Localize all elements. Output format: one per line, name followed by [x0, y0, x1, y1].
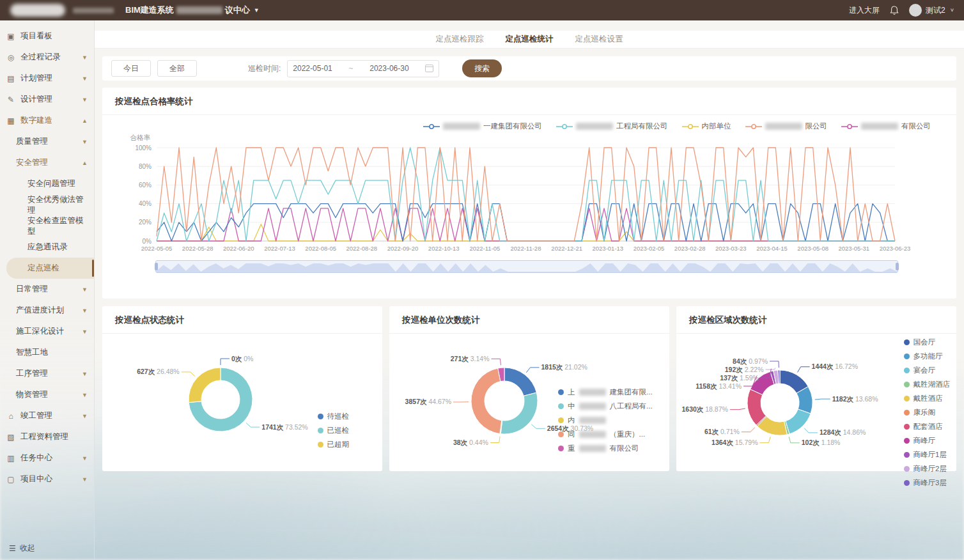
svg-text:2022-05-05: 2022-05-05 — [141, 245, 173, 252]
sidebar-item-任务中心[interactable]: ▥任务中心▼ — [0, 447, 94, 469]
app-title-text: BIM建造系统 — [125, 4, 174, 16]
sidebar-item-label: 项目中心 — [20, 474, 52, 485]
app-title-suffix: 议中心 — [225, 4, 250, 16]
date-end-value[interactable]: 2023-06-30 — [369, 64, 408, 73]
legend-item[interactable]: 内 — [558, 416, 659, 425]
legend-item[interactable]: 商峰厅 — [904, 436, 951, 446]
redacted-legend-name — [579, 445, 606, 452]
legend-item[interactable]: 多功能厅 — [904, 352, 951, 361]
svg-text:1182次 13.68%: 1182次 13.68% — [832, 395, 878, 403]
line-chart-legend: 一建集团有限公司工程局有限公司内部单位限公司有限公司 — [102, 115, 956, 132]
sidebar-item-计划管理[interactable]: ▤计划管理▼ — [0, 68, 94, 89]
sidebar-item-应急通讯录[interactable]: 应急通讯录 — [0, 237, 94, 258]
legend-item[interactable]: 商峰厅1层 — [904, 450, 951, 460]
legend-label: 八工程局有... — [610, 401, 653, 411]
legend-item[interactable]: 中八工程局有... — [558, 401, 659, 411]
svg-text:1284次 14.86%: 1284次 14.86% — [820, 428, 866, 437]
legend-item[interactable]: 商峰厅3层 — [904, 478, 951, 488]
status-donut-chart[interactable]: 627次 26.48%0次 0%1741次 73.52%待巡检已巡检已超期 — [102, 334, 382, 468]
completion-icon: ⌂ — [6, 412, 16, 421]
sidebar-item-label: 定点巡检 — [27, 263, 59, 274]
sidebar-item-定点巡检[interactable]: 定点巡检 — [6, 258, 94, 279]
sidebar-item-label: 施工深化设计 — [16, 326, 64, 337]
task-center-icon: ▥ — [6, 454, 16, 463]
notification-bell-icon[interactable] — [890, 6, 899, 15]
sidebar-item-工程资料管理[interactable]: ▧工程资料管理 — [0, 426, 94, 447]
sidebar-item-项目中心[interactable]: ▢项目中心▼ — [0, 469, 94, 490]
svg-text:2022-07-13: 2022-07-13 — [264, 245, 295, 252]
company-logo — [10, 4, 65, 17]
area-counts-donut-chart[interactable]: 84次 0.97%192次 2.22%137次 1.59%1158次 13.41… — [676, 334, 956, 468]
counts-by-area-legend: 国会厅多功能厅宴会厅戴胜湖酒店戴胜酒店康乐阁配套酒店商峰厅商峰厅1层商峰厅2层商… — [904, 338, 951, 492]
tab-定点巡检设置[interactable]: 定点巡检设置 — [575, 34, 623, 45]
sidebar-item-安全问题管理[interactable]: 安全问题管理 — [0, 173, 94, 194]
legend-item[interactable]: 已超期 — [318, 440, 350, 449]
legend-item[interactable]: 有限公司 — [841, 121, 931, 131]
legend-item[interactable]: 重有限公司 — [558, 444, 659, 453]
legend-dot-icon — [904, 354, 910, 359]
legend-item[interactable]: 内部单位 — [682, 121, 731, 131]
sidebar-item-竣工管理[interactable]: ⌂竣工管理▼ — [0, 405, 94, 426]
chevron-down-icon: ▼ — [82, 329, 88, 335]
sidebar-item-质量管理[interactable]: 质量管理▼ — [0, 131, 94, 152]
unit-counts-donut-chart[interactable]: 271次 3.14%3857次 44.67%38次 0.44%1815次 21.… — [389, 334, 669, 468]
legend-item[interactable]: 已巡检 — [318, 426, 350, 435]
sidebar-item-项目看板[interactable]: ▣项目看板 — [0, 26, 94, 47]
today-filter-button[interactable]: 今日 — [111, 60, 151, 77]
legend-item[interactable]: 康乐阁 — [904, 408, 951, 417]
svg-text:1741次 73.52%: 1741次 73.52% — [261, 423, 307, 432]
legend-label: 多功能厅 — [913, 352, 943, 361]
sidebar-item-label: 任务中心 — [20, 453, 52, 463]
legend-item[interactable]: 商峰厅2层 — [904, 464, 951, 474]
sidebar-item-智慧工地[interactable]: 智慧工地 — [0, 342, 94, 363]
time-filter-label: 巡检时间: — [248, 63, 281, 74]
app-title[interactable]: BIM建造系统 议中心 ▼ — [125, 4, 260, 16]
sidebar-item-设计管理[interactable]: ✎设计管理▼ — [0, 89, 94, 110]
tab-定点巡检跟踪[interactable]: 定点巡检跟踪 — [436, 34, 484, 45]
enter-big-screen-link[interactable]: 进入大屏 — [849, 5, 880, 16]
legend-dot-icon — [558, 403, 564, 409]
sidebar-item-安全优秀做法管理[interactable]: 安全优秀做法管理 — [0, 194, 94, 215]
date-start-value[interactable]: 2022-05-01 — [293, 64, 332, 73]
legend-item[interactable]: 宴会厅 — [904, 366, 951, 375]
sidebar-item-全过程记录[interactable]: ◎全过程记录▼ — [0, 47, 94, 68]
search-button[interactable]: 搜索 — [462, 59, 502, 77]
sidebar-item-施工深化设计[interactable]: 施工深化设计▼ — [0, 321, 94, 342]
sidebar-item-工序管理[interactable]: 工序管理▼ — [0, 363, 94, 384]
svg-text:2023-02-05: 2023-02-05 — [634, 245, 665, 252]
legend-item[interactable]: 工程局有限公司 — [556, 121, 668, 131]
legend-line-marker-icon — [745, 123, 762, 130]
pass-rate-line-chart[interactable]: 合格率0%20%40%60%80%100%2022-05-052022-05-2… — [102, 132, 956, 259]
sidebar-collapse-button[interactable]: ☰ 收起 — [9, 543, 35, 554]
page: BIM建造系统 议中心 ▼ 进入大屏 测试2 ˅ ▣项目看板◎全过程记录▼▤计划… — [0, 0, 964, 560]
legend-item[interactable]: 一建集团有限公司 — [423, 121, 542, 131]
legend-item[interactable]: 戴胜酒店 — [904, 394, 951, 403]
redacted-legend-name — [579, 417, 606, 424]
legend-item[interactable]: 同（重庆）... — [558, 430, 659, 439]
legend-item[interactable]: 国会厅 — [904, 338, 951, 347]
tab-定点巡检统计[interactable]: 定点巡检统计 — [506, 34, 554, 45]
date-range-input[interactable]: 2022-05-01 ~ 2023-06-30 — [287, 60, 439, 77]
legend-item[interactable]: 限公司 — [745, 121, 828, 131]
legend-dot-icon — [558, 389, 564, 395]
all-filter-button[interactable]: 全部 — [157, 60, 197, 77]
status-donut-card: 按巡检点状态统计 627次 26.48%0次 0%1741次 73.52%待巡检… — [102, 306, 382, 471]
project-center-icon: ▢ — [6, 475, 16, 484]
datazoom-slider[interactable] — [155, 260, 898, 273]
legend-item[interactable]: 配套酒店 — [904, 422, 951, 432]
sidebar-item-产值进度计划[interactable]: 产值进度计划▼ — [0, 300, 94, 321]
legend-dot-icon — [904, 382, 910, 387]
svg-text:2022-08-28: 2022-08-28 — [346, 245, 378, 252]
svg-text:1158次 13.41%: 1158次 13.41% — [696, 382, 742, 391]
sidebar-item-安全检查监管模型[interactable]: 安全检查监管模型 — [0, 215, 94, 237]
sidebar-item-安全管理[interactable]: 安全管理▲ — [0, 152, 94, 173]
legend-item[interactable]: 戴胜湖酒店 — [904, 380, 951, 389]
chevron-down-icon: ▼ — [82, 54, 88, 61]
sidebar-item-数字建造[interactable]: ▦数字建造▲ — [0, 110, 94, 131]
sidebar-item-物资管理[interactable]: 物资管理▼ — [0, 384, 94, 405]
svg-text:2023-04-15: 2023-04-15 — [756, 245, 788, 252]
legend-item[interactable]: 待巡检 — [318, 412, 350, 421]
sidebar-item-日常管理[interactable]: 日常管理▼ — [0, 279, 94, 300]
user-menu[interactable]: 测试2 ˅ — [909, 4, 954, 17]
legend-item[interactable]: 上建集团有限... — [558, 387, 659, 397]
